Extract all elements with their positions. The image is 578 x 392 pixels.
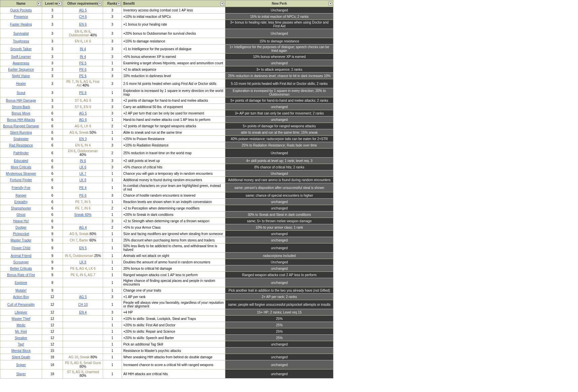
perk-link[interactable]: Silent Death bbox=[12, 355, 30, 359]
requirement-link[interactable]: EN 3 bbox=[79, 137, 87, 141]
filter-icon[interactable] bbox=[117, 2, 121, 5]
perk-link[interactable]: Mr. Fixit bbox=[15, 330, 27, 333]
filter-icon[interactable] bbox=[98, 2, 102, 5]
cell-name: Sharpshooter bbox=[0, 205, 42, 211]
perk-link[interactable]: Bonus Ranged Damage bbox=[3, 124, 39, 128]
perk-link[interactable]: Empathy bbox=[14, 200, 28, 204]
perk-link[interactable]: Silent Running bbox=[10, 131, 32, 134]
perk-link[interactable]: Bonus Rate of Fire bbox=[7, 273, 35, 277]
perk-link[interactable]: Better Criticals bbox=[10, 267, 32, 270]
perk-link[interactable]: Bonus Move bbox=[12, 111, 31, 115]
requirement-link[interactable]: LK 8 bbox=[79, 260, 87, 264]
perk-link[interactable]: Tag! bbox=[18, 342, 24, 346]
table-row: Faster Healing3EN 63+1 bonus to your hea… bbox=[0, 20, 333, 29]
requirement-link[interactable]: EN 4 bbox=[79, 311, 87, 314]
perk-link[interactable]: Scout bbox=[17, 91, 26, 95]
header-ranks[interactable]: Ranks bbox=[103, 0, 122, 7]
requirement-link[interactable]: AG 5 bbox=[79, 111, 87, 115]
perk-link[interactable]: Ranger bbox=[15, 194, 27, 197]
perk-link[interactable]: Scrounger bbox=[13, 260, 29, 264]
perk-link[interactable]: Mental Block bbox=[11, 349, 31, 353]
perk-link[interactable]: Snakeater bbox=[13, 137, 29, 141]
requirement-link[interactable]: PE 5 bbox=[79, 61, 87, 65]
requirement-link[interactable]: PE 6 bbox=[79, 194, 87, 197]
perk-link[interactable]: Slayer bbox=[16, 372, 26, 376]
perk-link[interactable]: Strong Back bbox=[12, 105, 30, 109]
requirement-link[interactable]: LK 7 bbox=[79, 172, 87, 175]
perk-link[interactable]: Explorer bbox=[15, 281, 27, 285]
requirement-link[interactable]: LK 8 bbox=[79, 178, 87, 182]
perk-link[interactable]: Mysterious Stranger bbox=[6, 172, 36, 175]
perk-link[interactable]: Awareness bbox=[13, 61, 29, 65]
cell-new-perk: 5-10 more hit points healed with First A… bbox=[225, 79, 333, 88]
cell-new-perk: Additional money and rare ammo is found … bbox=[225, 177, 333, 183]
requirement-link[interactable]: IN 6 bbox=[80, 159, 86, 163]
perk-link[interactable]: Friendly Foe bbox=[12, 186, 31, 190]
perk-link[interactable]: Presence bbox=[14, 15, 28, 19]
perk-link[interactable]: Healer bbox=[16, 82, 26, 86]
perk-link[interactable]: Animal Friend bbox=[10, 254, 31, 258]
requirement-link[interactable]: PE 6 bbox=[79, 74, 87, 78]
perk-link[interactable]: Heave Ho! bbox=[13, 219, 29, 223]
cell-new-perk: radscorpions included bbox=[225, 253, 333, 259]
requirement-link[interactable]: IN 4 bbox=[80, 55, 86, 59]
perk-link[interactable]: Faster Healing bbox=[10, 23, 32, 26]
perk-link[interactable]: Smooth Talker bbox=[10, 47, 32, 51]
header-benefit[interactable]: Benefit bbox=[122, 0, 225, 7]
requirement-link[interactable]: LK 6 bbox=[79, 165, 87, 169]
perk-link[interactable]: Cult of Personality bbox=[7, 303, 35, 306]
table-row: Ghost6Sneak 60%1+20% to Sneak in dark co… bbox=[0, 211, 333, 218]
filter-icon[interactable] bbox=[58, 2, 62, 5]
filter-icon[interactable] bbox=[220, 2, 224, 5]
perk-link[interactable]: Action Boy bbox=[13, 295, 29, 299]
filter-icon[interactable] bbox=[37, 2, 41, 5]
perk-link[interactable]: Speaker bbox=[15, 336, 27, 340]
requirement-link[interactable]: AG 5 bbox=[79, 295, 87, 299]
perk-link[interactable]: More Criticals bbox=[11, 165, 31, 169]
perk-link[interactable]: Sniper bbox=[16, 363, 26, 367]
header-level[interactable]: Level rec bbox=[42, 0, 63, 7]
perk-link[interactable]: Toughness bbox=[13, 39, 29, 43]
header-requirements[interactable]: Other requirements bbox=[63, 0, 103, 7]
cell-level: 9 bbox=[42, 243, 63, 253]
cell-new-perk: 5+ points of damage for ranged weapons a… bbox=[225, 123, 333, 129]
perk-link[interactable]: Fortune Finder bbox=[10, 178, 32, 182]
perk-link[interactable]: Flower Child bbox=[12, 246, 31, 250]
requirement-link[interactable]: Sneak 60% bbox=[74, 213, 92, 217]
filter-icon[interactable] bbox=[328, 2, 332, 5]
requirement-text: LK 6 bbox=[84, 124, 91, 128]
requirement-link[interactable]: IN 4 bbox=[80, 47, 86, 51]
perk-link[interactable]: Pickpocket bbox=[13, 232, 29, 236]
perk-link[interactable]: Swift Learner bbox=[11, 55, 31, 59]
perk-link[interactable]: Ghost bbox=[17, 213, 26, 217]
requirement-link[interactable]: EN 5 bbox=[79, 246, 87, 250]
perk-link[interactable]: Rad Resistance bbox=[9, 143, 33, 147]
perk-link[interactable]: Survivalist bbox=[13, 32, 29, 35]
perk-link[interactable]: Master Thief bbox=[12, 317, 30, 321]
requirement-link[interactable]: CH 6 bbox=[79, 15, 87, 19]
requirement-link[interactable]: AG 6 bbox=[79, 118, 87, 122]
perk-link[interactable]: Night Vision bbox=[12, 74, 30, 78]
requirement-link[interactable]: AG 4 bbox=[79, 226, 87, 229]
requirement-link[interactable]: PE 8 bbox=[79, 91, 87, 95]
perk-link[interactable]: Educated bbox=[14, 159, 28, 163]
header-new-perk[interactable]: New Perk bbox=[225, 0, 333, 7]
perk-link[interactable]: Lifegiver bbox=[14, 311, 27, 314]
perk-link[interactable]: Pathfinder bbox=[13, 151, 29, 155]
requirement-link[interactable]: PE 6 bbox=[79, 68, 87, 71]
perk-link[interactable]: Master Trader bbox=[10, 238, 31, 242]
requirement-link[interactable]: PE 4 bbox=[79, 186, 87, 190]
requirement-link[interactable]: EN 6 bbox=[79, 23, 87, 26]
perk-link[interactable]: Earlier Sequence bbox=[8, 68, 34, 71]
requirement-link[interactable]: AG 5 bbox=[79, 8, 87, 12]
perk-link[interactable]: Sharpshooter bbox=[11, 206, 31, 210]
perk-link[interactable]: Mutate! bbox=[15, 289, 27, 292]
perk-link[interactable]: Dodger bbox=[15, 226, 27, 229]
perk-link[interactable]: Medic bbox=[17, 323, 26, 327]
table-row: Medic121+20% to skills: First Aid and Do… bbox=[0, 322, 333, 328]
perk-link[interactable]: Bonus HtH Damage bbox=[6, 99, 36, 102]
perk-link[interactable]: Bonus HtH Attacks bbox=[7, 118, 35, 122]
perk-link[interactable]: Quick Pockets bbox=[10, 8, 32, 12]
requirement-link[interactable]: CH 10 bbox=[78, 303, 88, 306]
header-name[interactable]: Name bbox=[0, 0, 42, 7]
